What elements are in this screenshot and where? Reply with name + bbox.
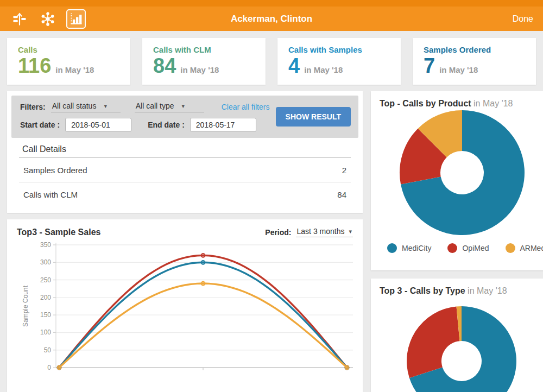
sample-sales-chart: 050100150200250300350Sample Count [17,238,353,385]
legend-dot [447,243,457,253]
call-status-value: All call status [52,102,97,110]
done-button[interactable]: Done [435,14,533,24]
title-period: in May '18 [473,99,513,108]
calls-by-type-card: Top 3 - Calls by Type in May '18 [371,279,543,392]
legend-label: ARMed [520,244,543,252]
legend-item[interactable]: ARMed [506,243,543,253]
show-result-button[interactable]: SHOW RESULT [276,107,351,127]
row-value: 2 [342,166,346,175]
stat-card-samples-ordered: Samples Ordered 7 in May '18 [413,38,536,85]
title-text: Top 3 - Calls by Type [380,286,465,295]
calls-by-product-donut [380,109,543,238]
product-legend: MediCityOpiMedARMed [387,243,543,253]
table-row: Calls with CLM 84 [19,182,351,206]
legend-label: OpiMed [462,244,489,252]
period-label: Period: [265,228,291,237]
stat-label: Calls with CLM [153,45,255,54]
app-header: Ackerman, Clinton Done [0,7,543,31]
stat-period: in May '18 [304,65,343,74]
period-dropdown[interactable]: Last 3 months ▾ [296,227,353,237]
legend-item[interactable]: MediCity [387,243,431,253]
row-label: Calls with CLM [23,190,78,199]
chevron-down-icon: ▾ [182,103,185,110]
call-details-section: Call Details Samples Ordered 2 Calls wit… [11,138,358,208]
calls-by-product-card: Top - Calls by Product in May '18 MediCi… [371,91,543,270]
title-period: in May '18 [468,286,507,295]
stat-value: 116 [18,55,51,77]
network-icon[interactable] [38,9,58,29]
title-text: Top - Calls by Product [380,99,471,108]
sample-sales-title: Top3 - Sample Sales [17,227,100,237]
svg-text:100: 100 [40,328,51,336]
svg-text:0: 0 [47,364,51,371]
clear-filters-link[interactable]: Clear all filters [222,103,270,111]
chevron-down-icon: ▾ [349,228,352,235]
call-details-title: Call Details [19,144,351,158]
svg-text:50: 50 [44,346,52,354]
calls-by-product-title: Top - Calls by Product in May '18 [380,99,543,109]
header-nav-icons [10,9,108,29]
stat-period: in May '18 [439,65,478,74]
filter-panel: Filters: All call status ▾ All call type… [11,96,358,138]
stat-period: in May '18 [180,65,219,74]
svg-text:250: 250 [40,276,51,284]
call-status-dropdown[interactable]: All call status ▾ [51,102,121,112]
svg-text:150: 150 [40,311,51,319]
stat-label: Calls with Samples [288,45,390,54]
stat-label: Calls [18,45,119,54]
svg-text:300: 300 [40,258,51,266]
status-bar-strip [0,0,543,7]
stat-card-calls: Calls 116 in May '18 [7,38,130,85]
timeline-icon[interactable] [10,9,29,29]
row-value: 84 [337,190,346,199]
sample-sales-card: Top3 - Sample Sales Period: Last 3 month… [7,219,363,392]
calls-by-type-title: Top 3 - Calls by Type in May '18 [380,286,543,296]
legend-dot [506,243,515,253]
legend-item[interactable]: OpiMed [447,243,489,253]
end-date-label: End date : [148,121,185,129]
chevron-down-icon: ▾ [104,103,107,110]
stat-value: 84 [153,55,176,77]
bar-chart-icon[interactable] [66,9,86,29]
start-date-input[interactable] [65,118,131,132]
svg-text:Sample Count: Sample Count [22,285,29,327]
legend-dot [387,243,397,253]
table-row: Samples Ordered 2 [19,158,351,182]
call-type-value: All call type [136,102,174,110]
filters-and-details-card: Filters: All call status ▾ All call type… [7,91,363,213]
page-title: Ackerman, Clinton [108,14,435,24]
calls-by-type-donut [380,296,543,392]
svg-text:200: 200 [40,294,51,301]
stat-value: 4 [288,55,300,77]
end-date-input[interactable] [190,118,256,132]
filters-label: Filters: [20,103,46,111]
period-value: Last 3 months [297,227,345,236]
stat-period: in May '18 [55,65,94,74]
stats-row: Calls 116 in May '18 Calls with CLM 84 i… [7,38,536,85]
start-date-label: Start date : [20,121,60,129]
call-type-dropdown[interactable]: All call type ▾ [135,102,204,112]
stat-card-calls-with-clm: Calls with CLM 84 in May '18 [142,38,266,85]
stat-value: 7 [424,55,435,77]
legend-label: MediCity [402,244,431,252]
svg-text:350: 350 [40,241,51,249]
stat-label: Samples Ordered [424,45,525,54]
dashboard-screen: Ackerman, Clinton Done Calls 116 in May … [0,0,543,392]
row-label: Samples Ordered [23,166,87,175]
stat-card-calls-with-samples: Calls with Samples 4 in May '18 [277,38,401,85]
